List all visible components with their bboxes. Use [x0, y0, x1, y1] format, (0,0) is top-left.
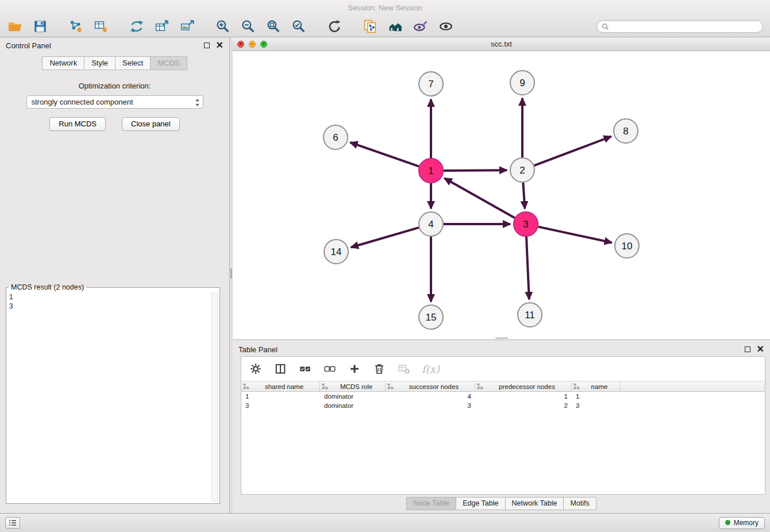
network-clone-icon [363, 19, 378, 34]
deselect-all-rows-button[interactable] [323, 362, 337, 376]
table-settings-button[interactable] [249, 362, 263, 376]
visual-styles-button[interactable] [413, 18, 429, 34]
graph-edge-2-8[interactable] [534, 137, 611, 166]
search-box[interactable] [596, 20, 763, 33]
save-session-icon [33, 19, 48, 34]
column-header-shared-name[interactable]: shared name [241, 381, 320, 391]
delete-column-icon [373, 363, 386, 375]
graph-node-2[interactable]: 2 [510, 158, 534, 182]
delete-column-button[interactable] [372, 362, 386, 376]
column-header-MCDS-role[interactable]: MCDS role [320, 381, 386, 391]
network-clone-button[interactable] [362, 18, 378, 34]
zoom-in-icon [215, 19, 230, 34]
column-header-label: predecessor nodes [484, 383, 569, 390]
column-header-name[interactable]: name [572, 381, 620, 391]
graph-edge-4-14[interactable] [351, 228, 419, 247]
node-label: 1 [428, 165, 433, 176]
show-graphics-button[interactable] [438, 18, 454, 34]
tab-motifs[interactable]: Motifs [564, 497, 596, 510]
memory-button[interactable]: Memory [719, 517, 765, 529]
tab-node-table[interactable]: Node Table [406, 497, 456, 510]
import-table-button[interactable] [93, 18, 109, 34]
add-column-icon [348, 363, 361, 375]
import-network-button[interactable] [68, 18, 84, 34]
zoom-selected-button[interactable] [291, 18, 307, 34]
search-input[interactable] [612, 22, 758, 30]
graph-node-7[interactable]: 7 [419, 72, 443, 96]
open-session-button[interactable] [7, 18, 23, 34]
result-scrollbar[interactable] [211, 293, 218, 502]
criterion-dropdown[interactable]: strongly connected component [26, 95, 203, 109]
graph-node-1[interactable]: 1 [419, 159, 443, 183]
toolbar-group [129, 18, 195, 34]
tab-network[interactable]: Network [42, 56, 84, 70]
float-table-panel-icon[interactable] [745, 346, 750, 352]
tab-edge-table[interactable]: Edge Table [456, 497, 505, 510]
minimize-window-button[interactable]: − [249, 41, 256, 48]
sort-icon [243, 383, 249, 390]
network-view[interactable]: 7968124314101511 [233, 51, 770, 340]
table-row[interactable]: 3dominator323 [241, 401, 765, 410]
graph-node-15[interactable]: 15 [419, 305, 443, 329]
splitter-handle[interactable] [230, 268, 232, 279]
refresh-layout-button[interactable] [326, 18, 342, 34]
save-session-button[interactable] [32, 18, 48, 34]
zoom-fit-button[interactable] [265, 18, 282, 34]
tab-style[interactable]: Style [84, 56, 116, 70]
column-header-successor-nodes[interactable]: successor nodes [386, 381, 475, 391]
column-header-label: shared name [251, 383, 318, 390]
zoom-window-button[interactable]: + [260, 41, 267, 48]
run-mcds-button[interactable]: Run MCDS [49, 117, 106, 131]
graph-node-4[interactable]: 4 [419, 212, 443, 236]
mcds-result-title: MCDS result (2 nodes) [9, 283, 86, 291]
refresh-layout-icon [327, 19, 342, 34]
tab-network-table[interactable]: Network Table [506, 497, 564, 510]
export-table-button[interactable] [154, 18, 170, 34]
network-resize-handle[interactable] [495, 337, 508, 339]
graph-node-3[interactable]: 3 [514, 212, 538, 236]
graph-edge-3-1[interactable] [445, 178, 515, 218]
close-panel-icon[interactable]: ✕ [216, 42, 224, 49]
graph-edge-3-10[interactable] [538, 227, 612, 243]
criterion-dropdown-value: strongly connected component [32, 98, 133, 106]
column-visibility-button[interactable] [274, 362, 287, 376]
network-graph[interactable]: 7968124314101511 [233, 51, 769, 340]
tab-mcds[interactable]: MCDS [151, 56, 187, 70]
export-image-button[interactable] [179, 18, 195, 34]
export-network-button[interactable] [129, 18, 145, 34]
zoom-in-button[interactable] [215, 18, 231, 34]
table-panel-header: Table Panel ✕ [233, 341, 770, 357]
table-row[interactable]: 1dominator411 [241, 392, 765, 401]
task-history-button[interactable] [5, 517, 20, 529]
float-panel-icon[interactable] [204, 43, 210, 48]
toolbar-group [68, 18, 109, 34]
add-column-button[interactable] [348, 362, 361, 376]
graph-edge-1-2[interactable] [444, 170, 507, 171]
close-panel-button[interactable]: Close panel [122, 117, 180, 131]
close-window-button[interactable]: × [237, 41, 244, 48]
graph-node-9[interactable]: 9 [510, 71, 534, 95]
zoom-out-icon [241, 19, 256, 34]
function-builder-button: f(x) [422, 362, 440, 376]
search-icon [602, 23, 609, 30]
zoom-out-button[interactable] [240, 18, 256, 34]
graph-node-14[interactable]: 14 [324, 240, 348, 264]
table-cell: 1 [475, 393, 572, 400]
graph-edge-1-6[interactable] [351, 142, 419, 167]
column-header-predecessor-nodes[interactable]: predecessor nodes [475, 381, 572, 391]
graph-node-10[interactable]: 10 [615, 234, 639, 258]
select-all-rows-button[interactable] [298, 362, 312, 376]
graph-node-8[interactable]: 8 [614, 119, 638, 143]
tab-select[interactable]: Select [116, 56, 151, 70]
mcds-result-text[interactable]: 1 3 [9, 292, 209, 501]
table-settings-icon [249, 363, 262, 375]
graph-edge-2-3[interactable] [523, 183, 525, 209]
table-cell: 1 [572, 393, 620, 400]
graph-node-11[interactable]: 11 [518, 303, 542, 327]
window-titlebar: Session: New Session [0, 0, 770, 16]
ndex-home-button[interactable] [387, 18, 403, 34]
close-table-panel-icon[interactable]: ✕ [757, 346, 764, 353]
graph-node-6[interactable]: 6 [324, 125, 348, 149]
table-cell: 4 [386, 393, 475, 400]
graph-edge-3-11[interactable] [526, 237, 529, 299]
